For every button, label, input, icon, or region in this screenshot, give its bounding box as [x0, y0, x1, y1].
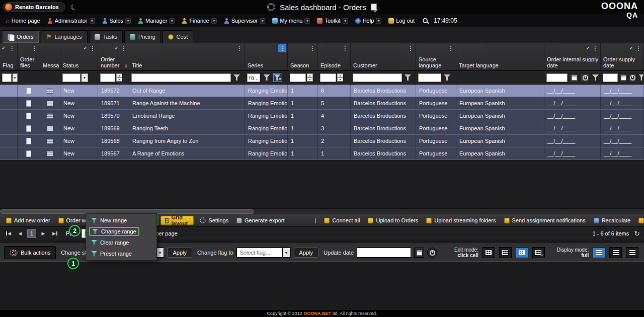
cell-series[interactable]: Ranging Emotions — [245, 85, 288, 97]
column-menu-icon[interactable]: ⋮ — [235, 44, 244, 52]
cell-season[interactable]: 1 — [288, 110, 318, 122]
menu-my-menu[interactable]: My menu ▼ — [269, 14, 313, 27]
cell-supply-date[interactable]: __/__/____ — [601, 122, 644, 134]
cell-internal-supply-date[interactable]: __/__/____ — [544, 122, 601, 134]
cell-supply-date[interactable]: __/__/____ — [601, 147, 644, 160]
cell-season[interactable]: 1 — [288, 85, 318, 97]
cell-order-number[interactable]: 189571 — [98, 97, 129, 109]
cell-title[interactable]: Out of Range — [129, 85, 245, 97]
cell-status[interactable]: New — [60, 85, 98, 97]
column-header-episode[interactable]: ⋮ Episode — [318, 43, 351, 70]
menu-manager[interactable]: Manager ▼ — [134, 14, 178, 27]
table-row[interactable]: New 189572 Out of Range Ranging Emotions… — [0, 85, 644, 97]
supply-date-filter-input[interactable] — [603, 73, 618, 82]
filter-funnel-icon[interactable] — [444, 74, 450, 81]
column-header-series[interactable]: ⋮ Series — [245, 43, 288, 70]
number-spinner[interactable]: ▲▼ — [307, 73, 313, 82]
cell-order-files[interactable] — [18, 122, 40, 134]
last-page-button[interactable]: ▶ — [50, 229, 59, 238]
tab-pricing[interactable]: Pricing — [124, 30, 161, 43]
column-header-order-internal-supply-date[interactable]: ✓ ⋮ Order internal supply date — [544, 43, 601, 70]
menu-item-clear-range[interactable]: Clear range — [86, 237, 156, 248]
cell-series[interactable]: Ranging Emotions — [245, 110, 288, 122]
cell-episode[interactable]: 4 — [318, 110, 351, 122]
cell-flag[interactable] — [0, 147, 18, 160]
cell-target-language[interactable]: European Spanish — [456, 85, 544, 97]
cell-order-number[interactable]: 189568 — [98, 135, 129, 147]
table-row[interactable]: New 189567 A Range of Emotions Ranging E… — [0, 147, 644, 160]
display-mode-option-1-active[interactable] — [593, 247, 605, 258]
table-row[interactable]: New 189570 Emotional Range Ranging Emoti… — [0, 110, 644, 122]
column-header-order-files[interactable]: ⋮ Order files — [18, 43, 40, 70]
cell-order-number[interactable]: 189570 — [98, 110, 129, 122]
calendar-icon[interactable] — [414, 248, 424, 258]
edit-mode-option-2[interactable] — [499, 247, 512, 258]
column-header-title[interactable]: ⋮ Title — [129, 43, 245, 70]
cell-source-language[interactable]: Portuguese — [416, 147, 456, 160]
menu-help[interactable]: ? Help ▼ — [352, 14, 385, 27]
number-spinner[interactable]: ▲▼ — [116, 73, 122, 82]
cell-episode[interactable]: 5 — [318, 97, 351, 109]
cell-order-files[interactable] — [18, 110, 40, 122]
cell-customer[interactable]: Barcelos Broductions — [351, 135, 416, 147]
update-date-input[interactable] — [357, 248, 411, 258]
tab-cost[interactable]: Cost — [163, 30, 194, 43]
column-header-customer[interactable]: ⋮ Customer — [351, 43, 416, 70]
internal-supply-date-filter-input[interactable] — [546, 73, 568, 82]
cell-supply-date[interactable]: __/__/____ — [601, 85, 644, 97]
cell-order-number[interactable]: 189569 — [98, 122, 129, 134]
bulk-actions-button[interactable]: Bulk actions — [4, 246, 56, 259]
cell-internal-supply-date[interactable]: __/__/____ — [544, 85, 601, 97]
cell-internal-supply-date[interactable]: __/__/____ — [544, 110, 601, 122]
column-menu-icon[interactable]: ⋮ — [634, 44, 642, 52]
generate-export-button[interactable]: Generate export — [232, 214, 289, 226]
apply-flag-button[interactable]: Apply — [294, 248, 319, 258]
column-menu-icon[interactable]: ⋮ — [8, 44, 16, 52]
search-icon[interactable] — [422, 18, 429, 24]
cell-customer[interactable]: Barcelos Broductions — [351, 97, 416, 109]
cell-customer[interactable]: Barcelos Broductions — [351, 122, 416, 134]
title-filter-input[interactable] — [131, 73, 231, 82]
chevron-down-icon[interactable]: ▼ — [283, 248, 291, 258]
cell-messages[interactable] — [40, 110, 60, 122]
cell-supply-date[interactable]: __/__/____ — [601, 97, 644, 109]
cell-season[interactable]: 1 — [288, 122, 318, 134]
cell-flag[interactable] — [0, 97, 18, 109]
cell-order-number[interactable]: 189567 — [98, 147, 129, 160]
cell-customer[interactable]: Barcelos Broductions — [351, 85, 416, 97]
cell-messages[interactable] — [40, 97, 60, 109]
cell-title[interactable]: A Range of Emotions — [129, 147, 245, 160]
clear-filter-icon[interactable]: × — [273, 73, 282, 82]
cell-flag[interactable] — [0, 110, 18, 122]
column-menu-icon[interactable]: ⋮ — [31, 44, 39, 52]
clock-icon[interactable] — [629, 73, 636, 82]
menu-item-new-range[interactable]: New range — [86, 215, 156, 226]
menu-finance[interactable]: Finance ▼ — [178, 14, 220, 27]
cell-messages[interactable] — [40, 85, 60, 97]
send-assignment-notifications-button[interactable]: Send assignment notifications — [500, 214, 590, 226]
cell-customer[interactable]: Barcelos Broductions — [351, 147, 416, 160]
apply-status-button[interactable]: Apply — [167, 248, 192, 258]
menu-supervisor[interactable]: Supervisor ▼ — [220, 14, 269, 27]
column-header-flag[interactable]: ✓ ⋮ Flag — [0, 43, 18, 70]
column-menu-icon[interactable]: ⋮ — [308, 44, 316, 52]
cell-order-files[interactable] — [18, 85, 40, 97]
edit-mode-option-4[interactable]: ✓ — [532, 247, 545, 258]
upload-streaming-folders-button[interactable]: Upload streaming folders — [422, 214, 500, 226]
cell-source-language[interactable]: Portuguese — [416, 85, 456, 97]
menu-toolkit[interactable]: Toolkit ▼ — [313, 14, 351, 27]
cell-title[interactable]: Emotional Range — [129, 110, 245, 122]
filter-funnel-icon[interactable] — [233, 74, 240, 81]
cell-target-language[interactable]: European Spanish — [456, 135, 544, 147]
season-filter-input[interactable] — [290, 73, 306, 82]
cell-target-language[interactable]: European Spanish — [456, 110, 544, 122]
grid-layout-toggle[interactable]: Grid layout — [160, 216, 194, 225]
flag-select[interactable]: Select flag... ▼ — [236, 248, 291, 258]
cell-season[interactable]: 1 — [288, 135, 318, 147]
cell-series[interactable]: Ranging Emotions — [245, 122, 288, 134]
flag-filter-dropdown[interactable] — [2, 73, 12, 82]
column-header-order-number[interactable]: ✓ ⋮ Order number ▲▼ — [98, 43, 129, 70]
settings-button[interactable]: Settings — [196, 214, 232, 226]
cell-season[interactable]: 1 — [288, 147, 318, 160]
cell-source-language[interactable]: Portuguese — [416, 122, 456, 134]
